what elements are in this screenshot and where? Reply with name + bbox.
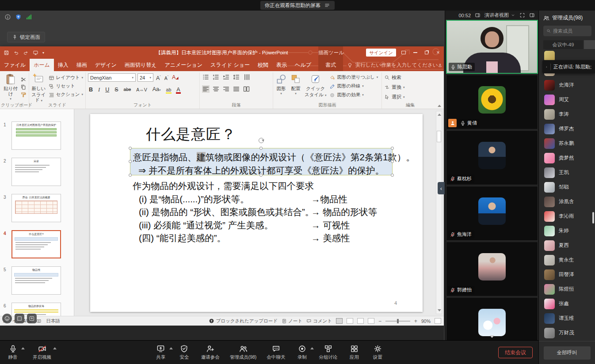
member-row[interactable]: 涂凰含	[539, 194, 595, 209]
lock-screen-button[interactable]: 锁定画面	[7, 32, 45, 42]
requirement-row[interactable]: (ii) 是物品的 “形状、图案或颜色或其结合”。→ 物品的形状等	[139, 206, 414, 219]
side-panel-icon[interactable]	[529, 12, 535, 18]
member-row[interactable]: 史海洋	[539, 78, 595, 92]
comments-button[interactable]: コメント	[313, 318, 332, 324]
member-row[interactable]: 王凯	[539, 165, 595, 180]
fit-to-window-button[interactable]	[435, 318, 441, 324]
zoom-out-button[interactable]: −	[378, 318, 381, 324]
replace-button[interactable]: 置換▾	[384, 84, 436, 91]
slide-thumbnail[interactable]: 物品性	[11, 266, 61, 295]
whiteboard-button[interactable]	[15, 314, 24, 323]
gear-button[interactable]: 设置	[371, 344, 384, 360]
video-tile[interactable]: 焦海洋	[446, 186, 538, 241]
reaction-button[interactable]	[2, 314, 12, 323]
panel-collapse-handle[interactable]: ‹	[438, 182, 445, 194]
font-color-button[interactable]: A	[175, 86, 181, 93]
resize-handle-sw[interactable]	[129, 174, 132, 177]
end-meeting-button[interactable]: 结束会议	[498, 347, 533, 358]
member-row[interactable]: 朱婷	[539, 224, 595, 238]
video-tile[interactable]: 黄倩	[446, 75, 538, 129]
apps-button[interactable]: 应用	[347, 344, 361, 360]
member-row[interactable]: 万财茂	[539, 326, 595, 340]
member-row[interactable]: 黄永生	[539, 253, 595, 267]
slide-intro-text[interactable]: 作为物品的外观设计，需要满足以下四个要求	[133, 180, 314, 192]
member-row[interactable]: 龚梦然	[539, 151, 595, 165]
find-button[interactable]: 検索	[384, 74, 436, 81]
member-row[interactable]: 李涛	[539, 107, 595, 121]
text-direction-icon[interactable]	[243, 73, 250, 81]
video-tile[interactable]: 陈思勤	[446, 20, 538, 74]
people-button[interactable]: 管理成员(98)	[230, 344, 257, 360]
new-slide-button[interactable]: 新しい スライド ▾	[31, 73, 46, 102]
normal-view-button[interactable]	[336, 318, 343, 324]
slide-thumbnail[interactable]: 目录	[11, 158, 61, 186]
resize-handle-n[interactable]	[259, 147, 263, 150]
member-row[interactable]: 李沁雨	[539, 209, 595, 224]
rotation-handle[interactable]	[259, 138, 264, 143]
indent-icon[interactable]	[222, 73, 230, 81]
member-row[interactable]: 张鑫	[539, 296, 595, 311]
restore-button[interactable]	[421, 46, 432, 59]
layout-grid-icon[interactable]	[475, 12, 481, 18]
tab-スライド ショー[interactable]: スライド ショー	[206, 59, 254, 71]
character-spacing-button[interactable]: A⇔V	[135, 86, 148, 93]
slide-thumbnail[interactable]: 序论: 日本意匠法的概要	[11, 194, 61, 222]
member-search-input[interactable]	[553, 28, 588, 34]
align-right-icon[interactable]	[222, 85, 230, 93]
resize-handle-se[interactable]	[391, 174, 394, 177]
bold-button[interactable]: B	[88, 86, 94, 93]
numbering-icon[interactable]	[212, 73, 220, 81]
tab-アニメーション[interactable]: アニメーション	[160, 59, 206, 71]
zoom-level[interactable]: 90%	[421, 318, 431, 324]
cut-icon[interactable]	[20, 76, 27, 83]
blocked-upload-label[interactable]: ブロックされたアップロード	[216, 318, 278, 324]
record-caret-icon[interactable]	[310, 347, 314, 349]
share-screen-caret-icon[interactable]	[169, 347, 173, 349]
slideshow-icon[interactable]	[33, 50, 38, 56]
tab-校閲[interactable]: 校閲	[254, 59, 272, 71]
shield-plus-icon[interactable]	[15, 14, 22, 20]
collapse-ribbon-icon[interactable]	[438, 105, 441, 107]
member-row[interactable]: 周艾	[539, 92, 595, 107]
shield-check-button[interactable]: 安全	[178, 344, 191, 360]
scroll-up-icon[interactable]	[438, 114, 441, 116]
slide-sorter-view-button[interactable]	[347, 318, 353, 324]
ribbon-options-button[interactable]	[398, 46, 409, 59]
tab-ヘルプ[interactable]: ヘルプ	[291, 59, 315, 71]
reading-view-button[interactable]	[357, 318, 364, 324]
font-name-combobox[interactable]: DengXian▾	[88, 73, 136, 82]
copy-icon[interactable]	[20, 84, 27, 90]
bullets-icon[interactable]	[202, 73, 210, 81]
save-icon[interactable]	[4, 50, 9, 56]
zoom-slider[interactable]	[385, 321, 410, 322]
shadow-button[interactable]: abe	[123, 86, 132, 93]
requirement-row[interactable]: (四) “能引起美感的”。→ 美感性	[139, 232, 414, 245]
requirement-row[interactable]: (iii) 必须能 “通过视觉” 产生美感。→ 可视性	[139, 219, 414, 232]
view-mode-dropdown[interactable]: 演讲者视图	[484, 12, 515, 19]
breakout-button[interactable]: 分组讨论	[319, 344, 337, 360]
quick-styles-button[interactable]: クイック スタイル ▾	[305, 73, 326, 97]
qat-dropdown-icon[interactable]: ▾	[42, 51, 44, 55]
text-highlight-button[interactable]: ab	[165, 86, 172, 93]
upload-button[interactable]	[27, 314, 37, 323]
grow-font-button[interactable]: Aˆ	[155, 73, 162, 82]
minimize-button[interactable]	[409, 46, 421, 59]
member-row[interactable]: 邹聪	[539, 180, 595, 194]
shape-fill-button[interactable]: 図形の塗りつぶし▾	[329, 74, 378, 80]
shrink-font-button[interactable]: Aˇ	[164, 73, 169, 82]
clear-formatting-button[interactable]: A◢	[171, 74, 179, 82]
shape-outline-button[interactable]: 図形の枠線▾	[329, 83, 378, 89]
align-left-icon[interactable]	[202, 85, 210, 93]
slide-thumbnail[interactable]: 什么是意匠?	[11, 230, 61, 258]
requirement-row[interactable]: (i) 是“物品(......)”的形状等。→物品性	[139, 193, 414, 206]
slideshow-view-button[interactable]	[368, 318, 374, 324]
change-case-button[interactable]: Aa▾	[152, 86, 162, 94]
tab-ファイル[interactable]: ファイル	[0, 59, 30, 71]
tab-in-meeting[interactable]: 会议中-49	[543, 40, 583, 49]
notes-button[interactable]: ノート	[288, 318, 302, 324]
line-spacing-icon[interactable]	[233, 73, 240, 81]
paste-button[interactable]: 貼り付け▾	[3, 73, 18, 101]
scroll-more-icon[interactable]	[490, 335, 494, 338]
slide-title[interactable]: 什么是意匠？	[146, 125, 236, 144]
ppt-share-button[interactable]: 共有	[438, 59, 444, 71]
